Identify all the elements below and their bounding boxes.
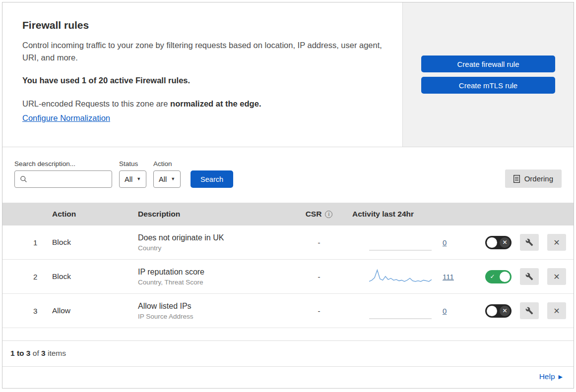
activity-count-link[interactable]: 0 <box>443 307 447 315</box>
rule-priority: 3 <box>2 307 52 315</box>
rule-action: Block <box>52 238 138 247</box>
activity-count-link[interactable]: 111 <box>443 273 454 281</box>
header-activity: Activity last 24hr <box>346 210 485 219</box>
rule-csr-value: - <box>292 307 346 315</box>
rule-csr-value: - <box>292 273 346 281</box>
close-icon: ✕ <box>553 272 560 281</box>
wrench-icon <box>525 307 533 315</box>
toggle-state-icon: ✕ <box>500 237 510 248</box>
search-button[interactable]: Search <box>191 170 233 188</box>
toggle-knob <box>500 272 510 282</box>
rule-activity-cell: 0 <box>346 301 485 320</box>
ordering-icon <box>513 175 520 183</box>
intro-text-block: Firewall rules Control incoming traffic … <box>2 2 402 147</box>
pagination-total: 3 <box>41 349 46 357</box>
rule-fields: Country <box>138 244 292 252</box>
status-selected-value: All <box>125 175 132 183</box>
rule-enable-toggle[interactable]: ✓ <box>485 270 512 283</box>
rule-enable-toggle[interactable]: ✕ <box>485 304 512 318</box>
toggle-state-icon: ✓ <box>487 272 498 282</box>
configure-normalization-link[interactable]: Configure Normalization <box>22 113 110 122</box>
table-row: 1 Block Does not originate in UK Country… <box>2 225 574 260</box>
activity-sparkline <box>369 233 432 252</box>
rule-enable-toggle[interactable]: ✕ <box>485 236 512 249</box>
header-action: Action <box>52 210 138 219</box>
intro-section: Firewall rules Control incoming traffic … <box>2 2 574 147</box>
header-csr: CSR i <box>292 210 346 219</box>
firewall-rules-page: Firewall rules Control incoming traffic … <box>2 2 574 389</box>
usage-summary: You have used 1 of 20 active Firewall ru… <box>22 76 383 85</box>
edit-rule-button[interactable] <box>520 268 539 285</box>
rule-priority: 1 <box>2 238 52 247</box>
close-icon: ✕ <box>553 306 560 316</box>
header-description: Description <box>138 210 292 219</box>
status-select[interactable]: All ▼ <box>119 170 146 188</box>
status-label: Status <box>119 160 146 168</box>
edit-rule-button[interactable] <box>520 234 539 251</box>
delete-rule-button[interactable]: ✕ <box>547 302 566 319</box>
create-firewall-rule-button[interactable]: Create firewall rule <box>421 56 555 72</box>
activity-count-link[interactable]: 0 <box>443 238 447 247</box>
rule-description: IP reputation score <box>138 268 292 277</box>
rule-description-cell: Does not originate in UK Country <box>138 233 292 252</box>
delete-rule-button[interactable]: ✕ <box>547 234 566 251</box>
rule-action: Allow <box>52 306 138 315</box>
edit-rule-button[interactable] <box>520 302 539 319</box>
toggle-knob <box>487 237 497 248</box>
action-filter-group: Action All ▼ <box>153 160 181 188</box>
wrench-icon <box>525 273 533 280</box>
search-group: Search description... <box>14 160 112 188</box>
delete-rule-button[interactable]: ✕ <box>547 268 566 285</box>
rule-priority: 2 <box>2 273 52 281</box>
activity-sparkline <box>369 267 432 286</box>
pagination-summary: 1 to 3 of 3 items <box>2 341 574 367</box>
table-bottom-spacer <box>2 328 574 341</box>
rule-description-cell: Allow listed IPs IP Source Address <box>138 302 292 320</box>
ordering-button-label: Ordering <box>524 174 553 183</box>
search-input-box[interactable] <box>14 170 112 188</box>
rule-description: Allow listed IPs <box>138 302 292 311</box>
pagination-of-text: of <box>30 349 41 357</box>
rule-description: Does not originate in UK <box>138 233 292 242</box>
toggle-knob <box>487 306 497 316</box>
pagination-items-text: items <box>46 349 66 357</box>
rule-controls: ✓ ✕ <box>485 268 576 285</box>
page-title: Firewall rules <box>22 19 383 31</box>
filter-bar: Search description... Status All ▼ Actio… <box>2 147 574 203</box>
rule-fields: IP Source Address <box>138 313 292 320</box>
status-filter-group: Status All ▼ <box>119 160 146 188</box>
search-input[interactable] <box>31 175 107 184</box>
search-label: Search description... <box>14 160 112 168</box>
search-icon <box>20 175 27 183</box>
actions-panel: Create firewall rule Create mTLS rule <box>402 2 574 147</box>
pagination-range: 1 to 3 <box>10 349 30 357</box>
rule-activity-cell: 0 <box>346 233 485 252</box>
help-link[interactable]: Help ▶ <box>539 372 563 381</box>
normalization-note: URL-encoded Requests to this zone are no… <box>22 98 383 110</box>
help-bar: Help ▶ <box>2 367 574 388</box>
wrench-icon <box>525 238 533 246</box>
rule-csr-value: - <box>292 238 346 247</box>
rule-action: Block <box>52 272 138 281</box>
rule-controls: ✕ ✕ <box>485 302 576 319</box>
help-link-label: Help <box>539 372 555 381</box>
activity-sparkline <box>369 301 432 320</box>
action-label: Action <box>153 160 181 168</box>
action-selected-value: All <box>159 175 167 183</box>
header-csr-label: CSR <box>306 210 322 219</box>
create-mtls-rule-button[interactable]: Create mTLS rule <box>421 77 555 94</box>
ordering-button[interactable]: Ordering <box>505 169 562 188</box>
rule-description-cell: IP reputation score Country, Threat Scor… <box>138 268 292 286</box>
toggle-state-icon: ✕ <box>500 306 510 316</box>
info-icon[interactable]: i <box>325 211 332 218</box>
chevron-down-icon: ▼ <box>136 177 141 181</box>
action-select[interactable]: All ▼ <box>153 170 181 188</box>
table-row: 2 Block IP reputation score Country, Thr… <box>2 260 574 294</box>
chevron-down-icon: ▼ <box>171 177 175 181</box>
close-icon: ✕ <box>553 238 560 247</box>
rule-activity-cell: 111 <box>346 267 485 286</box>
help-arrow-icon: ▶ <box>559 374 563 380</box>
normalization-bold-text: normalized at the edge. <box>170 99 261 108</box>
table-header-row: Action Description CSR i Activity last 2… <box>2 203 574 225</box>
rule-fields: Country, Threat Score <box>138 279 292 286</box>
